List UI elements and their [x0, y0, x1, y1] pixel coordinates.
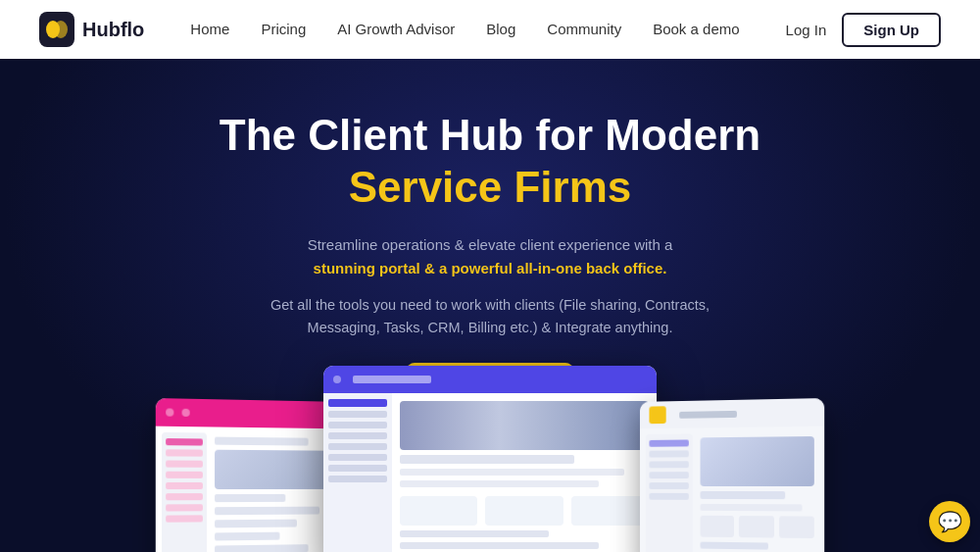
nav-actions: Log In Sign Up: [786, 13, 941, 47]
logo[interactable]: Hubflo: [39, 12, 144, 47]
logo-text: Hubflo: [82, 19, 144, 41]
chat-icon: 💬: [938, 510, 962, 533]
hero-title-line2: Service Firms: [349, 163, 632, 211]
nav-home[interactable]: Home: [190, 21, 229, 37]
navbar: Hubflo Home Pricing AI Growth Advisor Bl…: [0, 0, 980, 59]
chat-bubble[interactable]: 💬: [929, 501, 970, 542]
nav-ai-growth[interactable]: AI Growth Advisor: [337, 21, 455, 37]
nav-community[interactable]: Community: [547, 21, 621, 37]
hero-title-line1: The Client Hub for Modern: [220, 111, 760, 159]
hero-subtitle-yellow: stunning portal & a powerful all-in-one …: [314, 260, 667, 276]
hero-description: Get all the tools you need to work with …: [245, 294, 735, 339]
hero-title: The Client Hub for Modern Service Firms: [220, 110, 760, 214]
mockup-container: [157, 376, 823, 552]
login-button[interactable]: Log In: [786, 22, 827, 38]
nav-links: Home Pricing AI Growth Advisor Blog Comm…: [190, 21, 739, 38]
nav-book-demo[interactable]: Book a demo: [653, 21, 739, 37]
signup-button[interactable]: Sign Up: [842, 13, 941, 47]
screen-right: [640, 398, 824, 552]
hero-subtitle: Streamline operations & elevate client e…: [308, 233, 673, 280]
screen-center: [323, 366, 657, 552]
svg-point-2: [54, 21, 68, 38]
hero-section: The Client Hub for Modern Service Firms …: [0, 59, 980, 552]
screen-left: [156, 398, 340, 552]
hero-subtitle-plain: Streamline operations & elevate client e…: [308, 236, 673, 253]
nav-pricing[interactable]: Pricing: [261, 21, 306, 37]
nav-blog[interactable]: Blog: [486, 21, 515, 37]
